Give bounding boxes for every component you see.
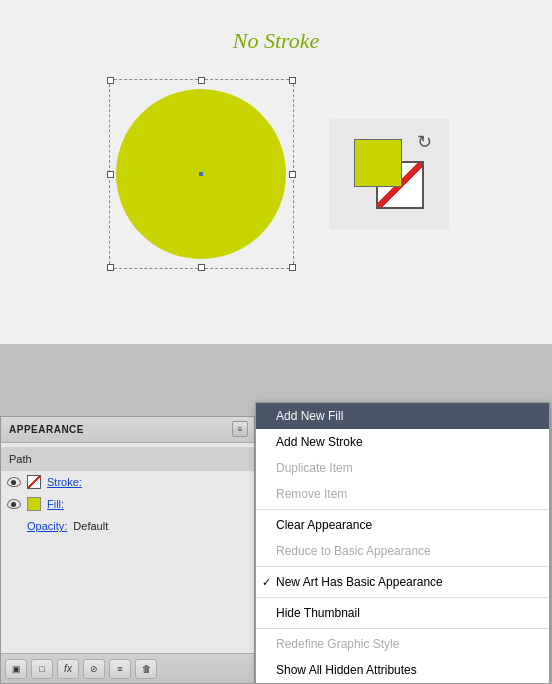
menu-item-redefine-graphic-style: Redefine Graphic Style [256,631,549,657]
footer-btn-delete[interactable]: ⊘ [83,659,105,679]
opacity-label[interactable]: Opacity: [27,520,67,532]
menu-item-remove-item: Remove Item [256,481,549,507]
menu-separator [256,597,549,598]
menu-item-clear-appearance[interactable]: Clear Appearance [256,512,549,538]
footer-btn-layer[interactable]: ▣ [5,659,27,679]
fill-visibility-icon[interactable] [7,499,21,509]
page-title: No Stroke [233,28,320,54]
panel-menu-button[interactable]: ≡ [232,421,248,437]
handle-mr [289,171,296,178]
menu-separator [256,509,549,510]
handle-bl [107,264,114,271]
handle-ml [107,171,114,178]
trash-icon: 🗑 [142,664,151,674]
path-row: Path [1,447,254,471]
handle-tm [198,77,205,84]
layer-icon: ▣ [12,664,21,674]
menu-item-new-art-basic[interactable]: New Art Has Basic Appearance [256,569,549,595]
stroke-fill-box: ↻ [329,119,449,229]
stroke-swatch[interactable] [27,475,41,489]
fx-icon: fx [64,663,72,674]
footer-btn-rect[interactable]: □ [31,659,53,679]
fill-row: Fill: [1,493,254,515]
panel-header: APPEARANCE ≡ [1,417,254,443]
handle-tl [107,77,114,84]
top-section: No Stroke ↻ [0,0,552,294]
panel-body: Path Stroke: Fill: Opacity: Default [1,443,254,653]
menu-separator [256,628,549,629]
menu-item-show-all-hidden[interactable]: Show All Hidden Attributes [256,657,549,683]
menu-item-reduce-to-basic: Reduce to Basic Appearance [256,538,549,564]
fill-square [354,139,402,187]
circle-container [104,74,299,274]
bottom-panel: APPEARANCE ≡ Path Stroke: Fill: [0,344,552,684]
center-dot [199,172,203,176]
circle-shape [116,89,286,259]
footer-btn-trash[interactable]: 🗑 [135,659,157,679]
menu-item-add-new-fill[interactable]: Add New Fill [256,403,549,429]
handle-bm [198,264,205,271]
panel-title: APPEARANCE [9,424,84,435]
dropdown-menu: Add New FillAdd New StrokeDuplicate Item… [255,402,550,684]
stroke-row: Stroke: [1,471,254,493]
opacity-value: Default [73,520,108,532]
stroke-fill-indicator: ↻ [354,139,424,209]
canvas-area: ↻ [104,74,449,274]
panel-menu-icon: ≡ [238,425,243,434]
handle-br [289,264,296,271]
fill-label[interactable]: Fill: [47,498,64,510]
delete-icon: ⊘ [90,664,98,674]
menu-icon: ≡ [117,664,122,674]
stroke-visibility-icon[interactable] [7,477,21,487]
path-label: Path [9,453,32,465]
stroke-label[interactable]: Stroke: [47,476,82,488]
opacity-row: Opacity: Default [1,515,254,537]
menu-item-duplicate-item: Duplicate Item [256,455,549,481]
menu-separator [256,566,549,567]
panel-footer: ▣ □ fx ⊘ ≡ 🗑 [1,653,254,683]
appearance-panel: APPEARANCE ≡ Path Stroke: Fill: [0,416,255,684]
rect-icon: □ [39,664,44,674]
footer-btn-fx[interactable]: fx [57,659,79,679]
fill-swatch[interactable] [27,497,41,511]
footer-btn-menu[interactable]: ≡ [109,659,131,679]
swap-arrow-icon: ↻ [417,131,432,153]
menu-item-add-new-stroke[interactable]: Add New Stroke [256,429,549,455]
handle-tr [289,77,296,84]
menu-item-hide-thumbnail[interactable]: Hide Thumbnail [256,600,549,626]
